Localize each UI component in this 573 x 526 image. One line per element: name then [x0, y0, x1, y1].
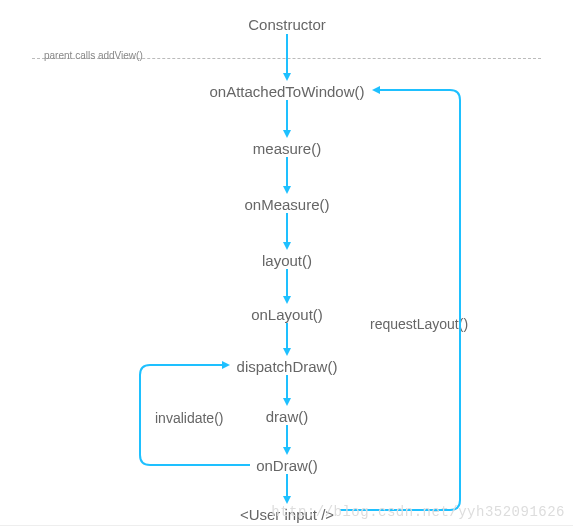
- watermark: http://blog.csdn.net/yyh352091626: [271, 504, 565, 520]
- flow-arrows: [0, 0, 573, 526]
